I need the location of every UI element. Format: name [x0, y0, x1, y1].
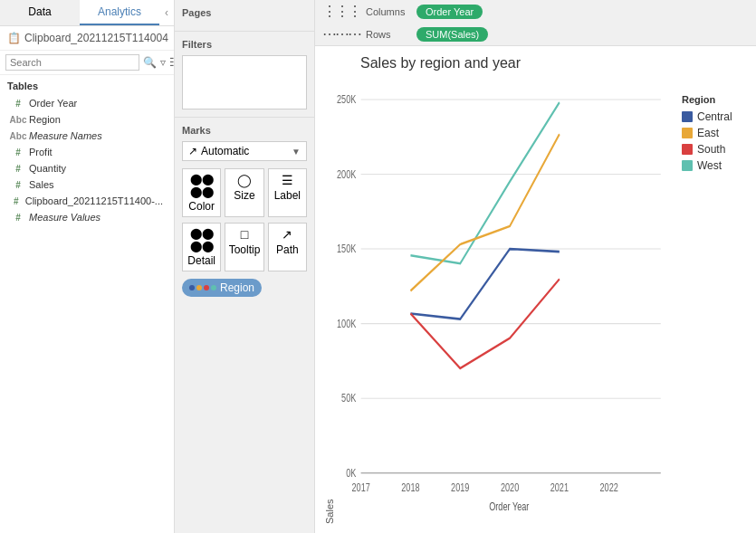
legend-color-south — [682, 144, 693, 155]
marks-type-dropdown[interactable]: ↗Automatic ▼ — [182, 141, 307, 161]
svg-text:Order Year: Order Year — [489, 500, 529, 513]
columns-icon: ⋮⋮⋮ — [322, 3, 360, 20]
type-hash-icon: # — [11, 195, 22, 207]
dot-south — [204, 285, 209, 290]
pages-section: Pages — [175, 0, 314, 32]
type-hash-icon: # — [11, 97, 25, 109]
legend-area: Region Central East South West — [675, 87, 747, 524]
chart-container: Sales 250K 200K 150K 100K 50K 0K — [324, 87, 747, 524]
svg-text:200K: 200K — [337, 167, 357, 180]
rows-pill[interactable]: SUM(Sales) — [416, 27, 488, 42]
y-axis-label: Sales — [324, 87, 335, 524]
type-abc-icon: Abc — [11, 113, 25, 126]
svg-text:0K: 0K — [346, 466, 357, 479]
list-item[interactable]: # Clipboard_20211215T11400-... — [7, 193, 167, 209]
field-clipboard: Clipboard_20211215T11400-... — [25, 195, 163, 206]
label-icon: ☰ — [282, 173, 293, 187]
marks-buttons-row1: ⬤⬤⬤⬤ Color ◯ Size ☰ Label — [182, 168, 307, 217]
collapse-left-panel[interactable]: ‹ — [159, 0, 174, 25]
columns-shelf: ⋮⋮⋮ Columns Order Year — [315, 0, 756, 23]
columns-pill[interactable]: Order Year — [416, 5, 483, 19]
data-source-row: 📋 Clipboard_20211215T114004 — [0, 26, 174, 51]
label-label: Label — [274, 189, 301, 202]
legend-item-east: East — [682, 127, 740, 139]
tooltip-mark-button[interactable]: □ Tooltip — [225, 223, 263, 271]
right-panel: ⋮⋮⋮ Columns Order Year ⋯⋯⋯ Rows SUM(Sale… — [315, 0, 756, 533]
list-item[interactable]: # Quantity — [7, 160, 167, 176]
list-item[interactable]: # Order Year — [7, 95, 167, 111]
search-icon[interactable]: 🔍 — [143, 56, 157, 69]
search-input[interactable] — [5, 54, 139, 71]
legend-label-west: West — [697, 159, 722, 172]
dot-central — [189, 285, 195, 290]
color-mark-button[interactable]: ⬤⬤⬤⬤ Color — [182, 168, 221, 217]
field-sales: Sales — [29, 179, 54, 190]
field-profit: Profit — [29, 147, 53, 157]
list-item[interactable]: Abc Measure Names — [7, 128, 167, 144]
legend-title: Region — [682, 94, 740, 105]
list-item[interactable]: # Measure Values — [7, 209, 167, 225]
svg-text:2021: 2021 — [550, 481, 569, 493]
pages-label: Pages — [182, 7, 307, 18]
tooltip-icon: □ — [241, 227, 248, 242]
type-hash-icon: # — [11, 146, 25, 158]
data-source-name: Clipboard_20211215T114004 — [24, 32, 168, 44]
list-item[interactable]: Abc Region — [7, 111, 167, 128]
color-icon: ⬤⬤⬤⬤ — [190, 173, 214, 198]
detail-label: Detail — [187, 254, 215, 267]
svg-text:2022: 2022 — [600, 481, 618, 493]
field-measure-names: Measure Names — [29, 130, 102, 141]
size-mark-button[interactable]: ◯ Size — [225, 168, 263, 217]
path-label: Path — [276, 243, 299, 256]
dot-east — [196, 285, 202, 290]
region-dots — [189, 285, 216, 290]
svg-text:250K: 250K — [337, 93, 357, 106]
path-icon: ↗ — [282, 227, 292, 242]
middle-panel: Pages Filters Marks ↗Automatic ▼ ⬤⬤⬤⬤ Co… — [175, 0, 315, 533]
legend-label-south: South — [697, 143, 725, 156]
type-hash-icon: # — [11, 211, 25, 224]
tooltip-label: Tooltip — [229, 243, 261, 256]
legend-label-east: East — [697, 127, 719, 139]
field-measure-values: Measure Values — [29, 212, 100, 223]
type-hash-icon: # — [11, 162, 25, 175]
size-icon: ◯ — [237, 173, 252, 187]
field-region: Region — [29, 114, 61, 125]
label-mark-button[interactable]: ☰ Label — [268, 168, 307, 217]
list-item[interactable]: # Sales — [7, 176, 167, 193]
path-mark-button[interactable]: ↗ Path — [268, 223, 307, 271]
marks-section: Marks ↗Automatic ▼ ⬤⬤⬤⬤ Color ◯ Size ☰ L… — [175, 118, 314, 304]
chart-svg: 250K 200K 150K 100K 50K 0K — [337, 87, 675, 524]
detail-mark-button[interactable]: ⬤⬤⬤⬤ Detail — [182, 223, 221, 271]
svg-text:2020: 2020 — [501, 481, 519, 493]
tables-label: Tables — [7, 81, 167, 91]
svg-text:2019: 2019 — [451, 481, 469, 493]
rows-icon: ⋯⋯⋯ — [322, 25, 360, 43]
field-order-year: Order Year — [29, 98, 77, 109]
list-item[interactable]: # Profit — [7, 144, 167, 160]
legend-item-west: West — [682, 159, 740, 172]
chevron-down-icon: ▼ — [292, 147, 301, 157]
filters-label: Filters — [182, 39, 307, 50]
tab-data[interactable]: Data — [0, 0, 80, 25]
filters-section: Filters — [175, 32, 314, 118]
legend-color-west — [682, 160, 693, 171]
dot-west — [211, 285, 216, 290]
filter-icon[interactable]: ▿ — [160, 56, 166, 69]
legend-item-central: Central — [682, 110, 740, 123]
svg-text:100K: 100K — [337, 317, 357, 329]
marks-label: Marks — [182, 125, 307, 136]
tab-analytics[interactable]: Analytics — [80, 0, 159, 25]
chart-title: Sales by region and year — [360, 55, 521, 71]
rows-label: Rows — [366, 29, 411, 40]
chart-area: Sales by region and year Sales 250K 200K… — [315, 46, 756, 533]
region-filter-pill[interactable]: Region — [182, 279, 262, 297]
marks-buttons-row2: ⬤⬤⬤⬤ Detail □ Tooltip ↗ Path — [182, 223, 307, 271]
size-label: Size — [234, 189, 254, 202]
svg-text:2018: 2018 — [401, 481, 419, 493]
tables-section: Tables # Order Year Abc Region Abc Measu… — [0, 75, 174, 533]
chart-inner: 250K 200K 150K 100K 50K 0K — [337, 87, 675, 524]
legend-item-south: South — [682, 143, 740, 156]
legend-label-central: Central — [697, 110, 732, 123]
color-label: Color — [188, 200, 215, 213]
